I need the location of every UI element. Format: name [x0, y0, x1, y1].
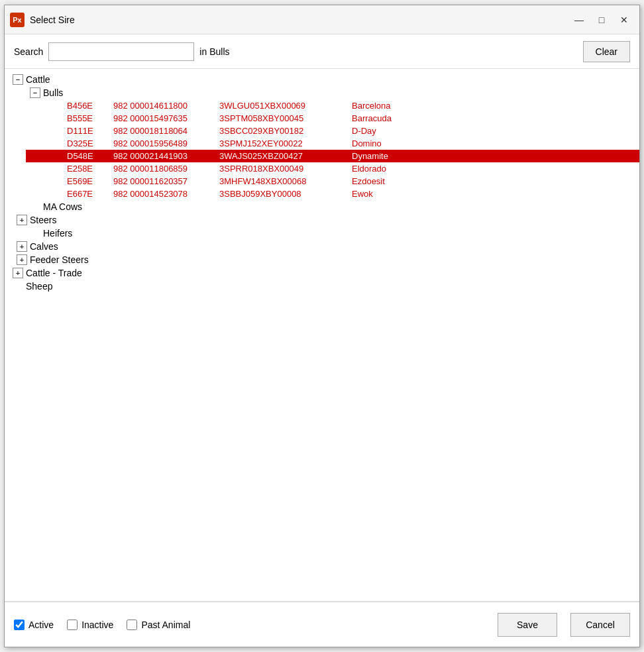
maximize-button[interactable]: □ [592, 11, 612, 29]
window-controls: — □ ✕ [569, 11, 634, 29]
search-bar: Search in Bulls Clear [5, 34, 639, 69]
tree-node-calves: + Calves [9, 240, 639, 253]
bull-name: Domino [352, 138, 382, 148]
cattle-trade-row[interactable]: + Cattle - Trade [9, 266, 639, 280]
steers-row[interactable]: + Steers [13, 213, 639, 227]
bull-num: 982 000011806859 [113, 164, 219, 174]
bull-id: D548E [67, 151, 113, 161]
cattle-label: Cattle [26, 74, 50, 85]
feeder-steers-expander[interactable]: + [17, 254, 27, 265]
bull-row[interactable]: E667E 982 000014523078 3SBBJ059XBY00008 … [26, 188, 639, 200]
feeder-steers-label: Feeder Steers [30, 254, 89, 265]
bull-row[interactable]: B555E 982 000015497635 3SPTM058XBY00045 … [26, 112, 639, 125]
bull-row-selected[interactable]: D548E 982 000021441903 3WAJS025XBZ00427 … [26, 150, 639, 162]
bull-id: D325E [67, 138, 113, 148]
tree-node-bulls: − Bulls B456E 982 000014611800 3WLGU051X… [9, 86, 639, 200]
heifers-label: Heifers [43, 228, 72, 239]
bull-row[interactable]: D111E 982 000018118064 3SBCC029XBY00182 … [26, 125, 639, 137]
tree-node-feeder-steers: + Feeder Steers [9, 253, 639, 266]
app-icon: Px [10, 13, 25, 27]
bottom-bar: Active Inactive Past Animal Save Cancel [5, 602, 639, 647]
bull-num: 982 000014611800 [113, 101, 219, 111]
tree-node-steers: + Steers [9, 213, 639, 227]
cattle-trade-label: Cattle - Trade [26, 268, 82, 278]
bull-name: Eldorado [352, 164, 386, 174]
sheep-row[interactable]: Sheep [9, 280, 639, 293]
bull-id: B555E [67, 113, 113, 123]
bull-id: E258E [67, 164, 113, 174]
feeder-steers-row[interactable]: + Feeder Steers [13, 253, 639, 266]
bull-row[interactable]: E569E 982 000011620357 3MHFW148XBX00068 … [26, 175, 639, 188]
title-bar: Px Select Sire — □ ✕ [5, 5, 639, 34]
sheep-placeholder [13, 281, 23, 292]
bulls-expander[interactable]: − [30, 87, 40, 98]
bull-row[interactable]: B456E 982 000014611800 3WLGU051XBX00069 … [26, 99, 639, 112]
bull-code: 3SPTM058XBY00045 [219, 113, 352, 123]
bull-code: 3SBBJ059XBY00008 [219, 189, 352, 199]
active-checkbox[interactable] [14, 620, 25, 630]
tree-node-cattle-trade: + Cattle - Trade [5, 266, 639, 280]
search-input[interactable] [48, 42, 194, 61]
active-label[interactable]: Active [28, 620, 54, 630]
steers-expander[interactable]: + [17, 215, 27, 225]
bull-code: 3WAJS025XBZ00427 [219, 151, 352, 161]
bull-id: B456E [67, 101, 113, 111]
calves-label: Calves [30, 241, 58, 252]
tree-node-sheep: Sheep [5, 280, 639, 293]
search-label: Search [14, 46, 43, 57]
save-button[interactable]: Save [498, 613, 557, 637]
bull-code: 3SPRR018XBX00049 [219, 164, 352, 174]
bull-num: 982 000015956489 [113, 138, 219, 148]
bull-name: Ewok [352, 189, 373, 199]
inactive-checkbox-group: Inactive [67, 620, 113, 630]
bull-name: Dynamite [352, 151, 388, 161]
past-animal-checkbox[interactable] [127, 620, 137, 630]
bull-code: 3MHFW148XBX00068 [219, 176, 352, 186]
heifers-placeholder [30, 228, 40, 239]
ma-cows-placeholder [30, 201, 40, 212]
bull-id: E569E [67, 176, 113, 186]
cancel-button[interactable]: Cancel [570, 613, 630, 637]
past-animal-checkbox-group: Past Animal [127, 620, 190, 630]
minimize-button[interactable]: — [569, 11, 589, 29]
ma-cows-label: MA Cows [43, 201, 82, 212]
steers-label: Steers [30, 215, 56, 225]
bull-name: Barracuda [352, 113, 392, 123]
cattle-trade-expander[interactable]: + [13, 268, 23, 278]
clear-button[interactable]: Clear [583, 41, 630, 62]
heifers-row[interactable]: Heifers [26, 227, 639, 240]
bull-num: 982 000018118064 [113, 126, 219, 136]
past-animal-label[interactable]: Past Animal [141, 620, 190, 630]
select-sire-window: Px Select Sire — □ ✕ Search in Bulls Cle… [4, 5, 640, 647]
tree-area[interactable]: − Cattle − Bulls B456E 982 000014611800 … [5, 69, 639, 602]
calves-expander[interactable]: + [17, 241, 27, 252]
cattle-row[interactable]: − Cattle [9, 73, 639, 86]
bull-num: 982 000011620357 [113, 176, 219, 186]
bulls-row[interactable]: − Bulls [26, 86, 639, 99]
ma-cows-row[interactable]: MA Cows [26, 200, 639, 213]
cattle-expander[interactable]: − [13, 74, 23, 85]
calves-row[interactable]: + Calves [13, 240, 639, 253]
bull-name: D-Day [352, 126, 376, 136]
tree-node-cattle: − Cattle − Bulls B456E 982 000014611800 … [5, 73, 639, 266]
bull-num: 982 000021441903 [113, 151, 219, 161]
bulls-label: Bulls [43, 87, 63, 98]
bull-name: Barcelona [352, 101, 391, 111]
bull-row[interactable]: D325E 982 000015956489 3SPMJ152XEY00022 … [26, 137, 639, 150]
bull-id: E667E [67, 189, 113, 199]
tree-node-heifers: Heifers [9, 227, 639, 240]
bull-code: 3SPMJ152XEY00022 [219, 138, 352, 148]
window-title: Select Sire [30, 15, 569, 25]
bull-code: 3WLGU051XBX00069 [219, 101, 352, 111]
close-button[interactable]: ✕ [614, 11, 634, 29]
inactive-checkbox[interactable] [67, 620, 78, 630]
bull-name: Ezdoesit [352, 176, 385, 186]
bull-num: 982 000014523078 [113, 189, 219, 199]
active-checkbox-group: Active [14, 620, 54, 630]
tree-node-ma-cows: MA Cows [9, 200, 639, 213]
bull-code: 3SBCC029XBY00182 [219, 126, 352, 136]
bull-id: D111E [67, 126, 113, 136]
inactive-label[interactable]: Inactive [81, 620, 113, 630]
bull-num: 982 000015497635 [113, 113, 219, 123]
bull-row[interactable]: E258E 982 000011806859 3SPRR018XBX00049 … [26, 162, 639, 175]
